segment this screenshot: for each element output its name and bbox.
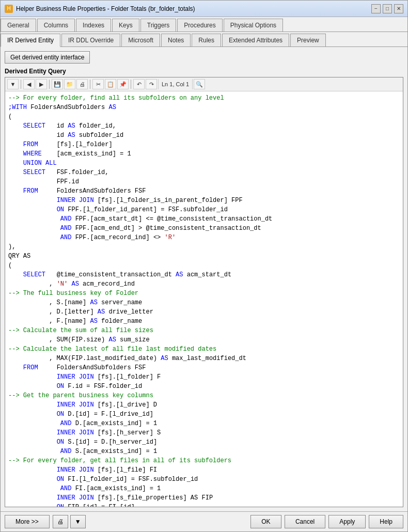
bottom-bar: More >> 🖨 ▼ OK Cancel Apply Help bbox=[1, 511, 407, 531]
code-editor: ▼ ◀ ▶ 💾 📁 🖨 ✂ 📋 📌 ↶ ↷ Ln 1, Col 1 🔍 --> … bbox=[5, 77, 403, 507]
toolbar-cut-btn[interactable]: ✂ bbox=[92, 79, 104, 89]
tab-row-1: General Columns Indexes Keys Triggers Pr… bbox=[1, 17, 407, 32]
toolbar-zoom-btn[interactable]: 🔍 bbox=[194, 79, 205, 89]
toolbar-copy-btn[interactable]: 📋 bbox=[105, 79, 116, 89]
toolbar-save-btn[interactable]: 💾 bbox=[52, 79, 63, 89]
toolbar-sep-1 bbox=[21, 80, 21, 89]
cursor-position: Ln 1, Col 1 bbox=[158, 79, 193, 89]
toolbar-sep-2 bbox=[49, 80, 50, 89]
tab-physical-options[interactable]: Physical Options bbox=[224, 19, 283, 32]
toolbar-sep-4 bbox=[131, 80, 131, 89]
tab-microsoft[interactable]: Microsoft bbox=[121, 34, 160, 46]
main-content: Get derived entity interface Derived Ent… bbox=[1, 47, 407, 511]
dropdown-button[interactable]: ▼ bbox=[70, 515, 86, 528]
tab-preview[interactable]: Preview bbox=[290, 34, 326, 46]
toolbar-back-btn[interactable]: ◀ bbox=[23, 79, 35, 89]
code-editor-area[interactable]: --> For every folder, find all its subfo… bbox=[5, 91, 403, 507]
toolbar-undo-btn[interactable]: ↶ bbox=[133, 79, 145, 89]
editor-toolbar: ▼ ◀ ▶ 💾 📁 🖨 ✂ 📋 📌 ↶ ↷ Ln 1, Col 1 🔍 bbox=[5, 77, 403, 91]
tab-extended-attributes[interactable]: Extended Attributes bbox=[222, 34, 289, 46]
more-button[interactable]: More >> bbox=[5, 515, 50, 528]
help-button[interactable]: Help bbox=[369, 515, 403, 528]
tab-rules[interactable]: Rules bbox=[192, 34, 221, 46]
get-derived-button[interactable]: Get derived entity interface bbox=[5, 51, 90, 64]
toolbar-print-btn[interactable]: 🖨 bbox=[76, 79, 88, 89]
minimize-button[interactable]: − bbox=[371, 4, 381, 13]
toolbar-open-btn[interactable]: 📁 bbox=[64, 79, 75, 89]
toolbar-redo-btn[interactable]: ↷ bbox=[146, 79, 157, 89]
toolbar-sep-3 bbox=[90, 80, 90, 89]
tab-ir-derived-entity[interactable]: IR Derived Entity bbox=[1, 34, 60, 47]
print-button[interactable]: 🖨 bbox=[53, 515, 68, 528]
cancel-button[interactable]: Cancel bbox=[285, 515, 325, 528]
section-label: Derived Entity Query bbox=[5, 68, 403, 75]
tab-notes[interactable]: Notes bbox=[161, 34, 191, 46]
tab-columns[interactable]: Columns bbox=[37, 19, 75, 32]
tab-row-2: IR Derived Entity IR DDL Override Micros… bbox=[1, 32, 407, 47]
ok-button[interactable]: OK bbox=[250, 515, 281, 528]
close-button[interactable]: ✕ bbox=[394, 4, 403, 13]
tab-keys[interactable]: Keys bbox=[112, 19, 139, 32]
tab-procedures[interactable]: Procedures bbox=[177, 19, 222, 32]
window-title: Helper Business Rule Properties - Folder… bbox=[16, 5, 195, 12]
app-icon: H bbox=[5, 5, 13, 13]
tab-ir-ddl-override[interactable]: IR DDL Override bbox=[61, 34, 120, 46]
toolbar-paste-btn[interactable]: 📌 bbox=[117, 79, 129, 89]
toolbar-menu-btn[interactable]: ▼ bbox=[7, 79, 19, 89]
maximize-button[interactable]: □ bbox=[383, 4, 392, 13]
tab-indexes[interactable]: Indexes bbox=[76, 19, 111, 32]
title-bar: H Helper Business Rule Properties - Fold… bbox=[1, 1, 407, 17]
main-window: H Helper Business Rule Properties - Fold… bbox=[0, 0, 408, 532]
toolbar-forward-btn[interactable]: ▶ bbox=[36, 79, 47, 89]
tab-general[interactable]: General bbox=[1, 19, 36, 32]
tab-triggers[interactable]: Triggers bbox=[140, 19, 177, 32]
apply-button[interactable]: Apply bbox=[328, 515, 366, 528]
